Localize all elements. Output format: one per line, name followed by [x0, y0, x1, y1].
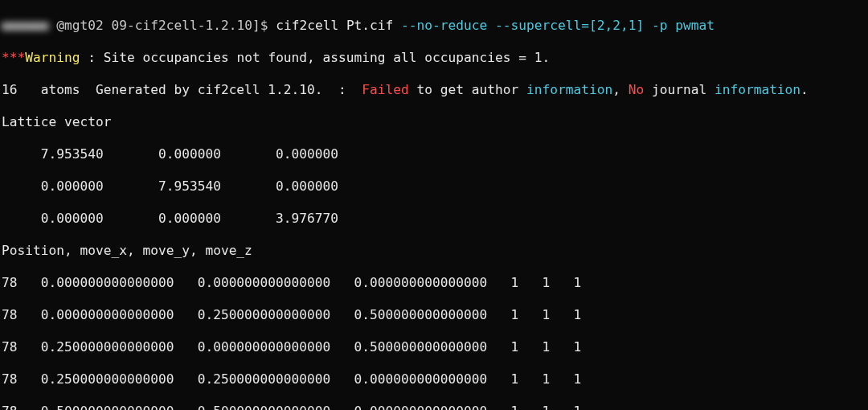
gen-failed: Failed: [362, 82, 408, 97]
lattice-row: 0.000000 0.000000 3.976770: [2, 211, 866, 227]
terminal-output[interactable]: ■■■■■■ @mgt02 09-cif2cell-1.2.10]$ cif2c…: [0, 0, 868, 410]
lattice-header: Lattice vector: [2, 114, 866, 130]
warn-text: : Site occupancies not found, assuming a…: [80, 50, 550, 65]
warn-stars: ***: [2, 50, 25, 65]
gen-info2: information: [714, 82, 800, 97]
cwd: 09-cif2cell-1.2.10: [111, 18, 252, 33]
gen-mid2: ,: [612, 82, 628, 97]
atom-row: 78 0.500000000000000 0.500000000000000 0…: [2, 404, 866, 410]
command-file: Pt.cif: [346, 18, 393, 33]
gen-left: 16 atoms Generated by cif2cell 1.2.10. :: [2, 82, 362, 97]
atom-row: 78 0.250000000000000 0.250000000000000 0…: [2, 371, 866, 387]
gen-dot: .: [800, 82, 809, 97]
gen-mid1: to get author: [409, 82, 526, 97]
lattice-row: 0.000000 7.953540 0.000000: [2, 178, 866, 195]
gen-no: No: [628, 82, 645, 97]
atom-row: 78 0.000000000000000 0.000000000000000 0…: [2, 275, 866, 291]
command-bin: cif2cell: [276, 18, 338, 33]
gen-info1: information: [526, 82, 612, 97]
positions-header: Position, move_x, move_y, move_z: [2, 243, 866, 259]
prompt-host: @: [48, 18, 64, 33]
generated-line: 16 atoms Generated by cif2cell 1.2.10. :…: [2, 82, 866, 98]
gen-mid3: journal: [644, 82, 714, 97]
lattice-row: 7.953540 0.000000 0.000000: [2, 146, 866, 162]
prompt-line: ■■■■■■ @mgt02 09-cif2cell-1.2.10]$ cif2c…: [2, 18, 866, 34]
warning-line: ***Warning : Site occupancies not found,…: [2, 50, 866, 66]
prompt-end: ]$: [252, 18, 276, 33]
warn-word: Warning: [25, 50, 80, 65]
command-opts: --no-reduce --supercell=[2,2,1] -p pwmat: [401, 18, 714, 33]
atom-row: 78 0.000000000000000 0.250000000000000 0…: [2, 307, 866, 323]
redacted-user: ■■■■■■: [2, 18, 48, 33]
atom-row: 78 0.250000000000000 0.000000000000000 0…: [2, 339, 866, 355]
hostname: mgt02: [64, 18, 104, 33]
